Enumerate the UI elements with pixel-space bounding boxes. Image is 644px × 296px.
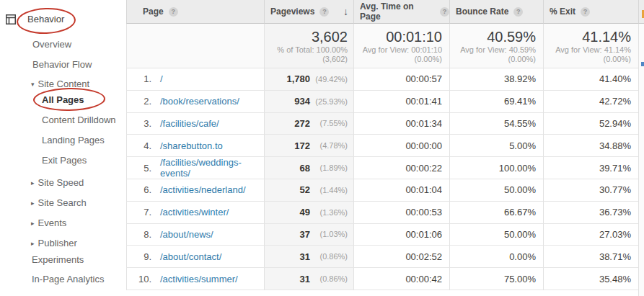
pageviews-cell: 49(1.36%)	[264, 202, 353, 224]
page-link[interactable]: /about/news/	[160, 229, 213, 240]
exit-cell: 27.03%	[543, 224, 638, 246]
page-link[interactable]: /sharebutton.to	[160, 140, 223, 151]
pageviews-cell: 31(0.86%)	[264, 268, 353, 290]
sidebar-item-content-drilldown[interactable]: Content Drilldown	[42, 114, 116, 127]
page-link[interactable]: /book/reservations/	[160, 96, 239, 107]
avg-time-cell: 00:00:57	[353, 68, 449, 91]
exit-cell: 38.71%	[543, 246, 638, 268]
sidebar-item-events[interactable]: ▸Events	[31, 217, 66, 230]
exit-cell: 30.77%	[543, 179, 638, 202]
column-header-bounce-rate[interactable]: Bounce Rate ?	[449, 0, 543, 24]
sidebar-section-label: Behavior	[27, 14, 64, 24]
behavior-section-icon	[6, 14, 16, 24]
sidebar-item-all-pages[interactable]: All Pages	[42, 94, 84, 107]
pageviews-cell: 1,780(49.42%)	[264, 68, 353, 91]
column-header-exit[interactable]: % Exit ?	[543, 0, 638, 24]
pageviews-cell: 172(4.78%)	[264, 135, 353, 157]
page-link[interactable]: /facilities/weddings-events/	[160, 157, 264, 179]
page-cell: 3./facilities/cafe/	[126, 113, 264, 135]
avg-time-cell: 00:01:41	[353, 91, 449, 113]
page-cell: 7./activities/winter/	[126, 202, 264, 224]
partial-next-column	[638, 0, 644, 296]
pageviews-cell: 272(7.55%)	[264, 113, 353, 135]
chevron-right-icon: ▸	[31, 179, 35, 187]
bounce-rate-cell: 100.00%	[449, 157, 543, 179]
summary-pageviews: 3,602 % of Total: 100.00% (3,602)	[264, 24, 353, 68]
analytics-report: Behavior Overview Behavior Flow ▾Site Co…	[0, 0, 644, 296]
page-link[interactable]: /facilities/cafe/	[160, 118, 219, 129]
page-cell: 1./	[126, 68, 264, 91]
pageviews-cell: 52(1.44%)	[264, 179, 353, 202]
sidebar-item-site-search[interactable]: ▸Site Search	[31, 197, 87, 210]
exit-cell: 52.94%	[543, 113, 638, 135]
bounce-rate-cell: 0.00%	[449, 246, 543, 268]
sidebar-item-publisher[interactable]: ▸Publisher	[31, 237, 77, 251]
partial-column-header	[638, 0, 644, 24]
pageviews-cell: 31(0.86%)	[264, 246, 353, 268]
exit-cell: 39.71%	[543, 157, 638, 179]
bounce-rate-cell: 54.55%	[449, 113, 543, 135]
bounce-rate-cell: 69.41%	[449, 91, 543, 113]
page-cell: 6./activities/nederland/	[126, 179, 264, 202]
summary-bounce-rate: 40.59% Avg for View: 40.59% (0.00%)	[449, 24, 543, 68]
exit-cell: 36.73%	[543, 202, 638, 224]
chevron-right-icon: ▸	[31, 240, 35, 247]
column-header-page[interactable]: Page ?	[126, 0, 264, 24]
pageviews-cell: 37(1.03%)	[264, 224, 353, 246]
partial-column-body	[638, 24, 644, 296]
summary-avg-time: 00:01:10 Avg for View: 00:01:10 (0.00%)	[353, 24, 449, 68]
pageviews-cell: 934(25.93%)	[264, 91, 353, 113]
avg-time-cell: 00:01:04	[353, 179, 449, 202]
help-icon[interactable]: ?	[169, 7, 178, 17]
page-cell: 8./about/news/	[126, 224, 264, 246]
avg-time-cell: 00:00:00	[353, 135, 449, 157]
avg-time-cell: 00:01:34	[353, 113, 449, 135]
help-icon[interactable]: ?	[581, 7, 590, 17]
help-icon[interactable]: ?	[513, 7, 523, 17]
sidebar-item-behavior-flow[interactable]: Behavior Flow	[32, 58, 92, 71]
sidebar-item-overview[interactable]: Overview	[32, 38, 71, 51]
column-header-pageviews[interactable]: Pageviews ? ↓	[264, 0, 353, 24]
sidebar-item-exit-pages[interactable]: Exit Pages	[42, 154, 87, 167]
help-icon[interactable]: ?	[440, 7, 449, 17]
page-link[interactable]: /activities/nederland/	[160, 184, 246, 195]
page-link[interactable]: /activities/winter/	[160, 207, 229, 217]
summary-exit: 41.14% Avg for View: 41.14% (0.00%)	[543, 24, 638, 68]
page-cell: 4./sharebutton.to	[126, 135, 264, 157]
avg-time-cell: 00:00:42	[353, 268, 449, 290]
chevron-right-icon: ▸	[31, 199, 35, 207]
chevron-down-icon: ▾	[31, 81, 35, 88]
column-header-avg-time[interactable]: Avg. Time on Page ?	[353, 0, 449, 24]
sidebar-item-in-page-analytics[interactable]: In-Page Analytics	[32, 273, 104, 286]
bounce-rate-cell: 5.00%	[449, 135, 543, 157]
bounce-rate-cell: 38.92%	[449, 68, 543, 91]
page-link[interactable]: /activities/summer/	[160, 274, 238, 284]
bounce-rate-cell: 50.00%	[449, 179, 543, 202]
avg-time-cell: 00:00:53	[353, 202, 449, 224]
report-table: Page ? Pageviews ? ↓ Avg. Time on Page ?…	[126, 0, 644, 296]
avg-time-cell: 00:01:06	[353, 224, 449, 246]
sidebar-item-landing-pages[interactable]: Landing Pages	[42, 134, 105, 147]
page-cell: 2./book/reservations/	[126, 91, 264, 113]
bounce-rate-cell: 50.00%	[449, 224, 543, 246]
sidebar-item-site-speed[interactable]: ▸Site Speed	[31, 176, 84, 190]
exit-cell: 42.72%	[543, 91, 638, 113]
sidebar: Behavior Overview Behavior Flow ▾Site Co…	[0, 0, 126, 296]
sidebar-item-site-content[interactable]: ▾Site Content	[31, 78, 89, 91]
bounce-rate-cell: 75.00%	[449, 268, 543, 290]
page-link[interactable]: /	[160, 73, 163, 84]
summary-page-cell	[126, 24, 264, 68]
exit-cell: 34.88%	[543, 135, 638, 157]
sidebar-section-behavior[interactable]: Behavior	[6, 14, 64, 24]
pageviews-cell: 68(1.89%)	[264, 157, 353, 179]
sort-descending-icon[interactable]: ↓	[343, 6, 348, 17]
bounce-rate-cell: 66.67%	[449, 202, 543, 224]
exit-cell: 41.40%	[543, 68, 638, 91]
page-cell: 10./activities/summer/	[126, 268, 264, 290]
sidebar-item-experiments[interactable]: Experiments	[32, 254, 84, 266]
help-icon[interactable]: ?	[319, 7, 329, 17]
page-link[interactable]: /about/contact/	[160, 251, 221, 262]
exit-cell: 35.48%	[543, 268, 638, 290]
chevron-right-icon: ▸	[31, 220, 35, 227]
page-cell: 9./about/contact/	[126, 246, 264, 268]
